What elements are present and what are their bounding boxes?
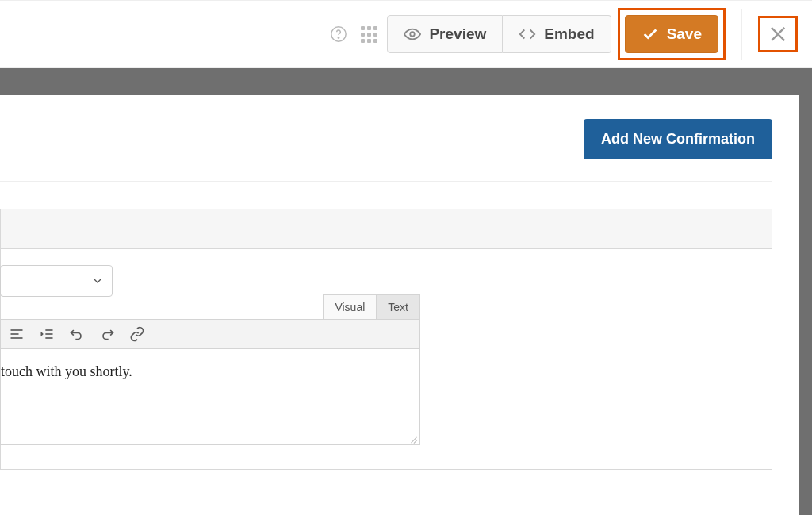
toolbar-divider [741, 9, 742, 60]
editor-toolbar [1, 320, 419, 349]
svg-point-1 [339, 37, 339, 38]
indent-icon[interactable] [39, 326, 55, 342]
chevron-down-icon [91, 275, 104, 287]
save-label: Save [667, 25, 702, 43]
editor-tab-text[interactable]: Text [377, 294, 420, 319]
align-left-icon[interactable] [9, 326, 25, 342]
preview-button[interactable]: Preview [387, 15, 503, 53]
right-gray-gutter [799, 95, 812, 515]
embed-label: Embed [544, 25, 594, 43]
apps-grid-icon[interactable] [357, 22, 381, 46]
main-panel: Add New Confirmation Visual Text [0, 95, 799, 515]
link-icon[interactable] [129, 326, 145, 342]
close-icon[interactable] [767, 23, 789, 45]
editor-content[interactable]: touch with you shortly. [1, 349, 419, 444]
add-new-confirmation-button[interactable]: Add New Confirmation [584, 119, 772, 159]
top-toolbar: Preview Embed Save [0, 0, 812, 68]
embed-button[interactable]: Embed [503, 15, 611, 53]
preview-embed-group: Preview Embed [387, 15, 611, 53]
rich-text-editor: Visual Text touch with you shortly. [0, 319, 420, 445]
editor-tab-visual-label: Visual [335, 301, 365, 313]
help-icon[interactable] [327, 22, 350, 46]
card-header [1, 209, 772, 249]
add-confirmation-label: Add New Confirmation [601, 131, 755, 147]
editor-tabs: Visual Text [323, 294, 420, 319]
gray-band [0, 68, 812, 95]
confirmation-type-select[interactable] [0, 265, 113, 297]
code-icon [519, 25, 536, 43]
eye-icon [404, 25, 421, 43]
editor-text: touch with you shortly. [1, 363, 132, 379]
content-area: Add New Confirmation Visual Text [0, 95, 812, 515]
resize-handle-icon[interactable] [407, 432, 418, 443]
svg-point-2 [411, 32, 416, 37]
undo-icon[interactable] [69, 326, 85, 342]
confirmation-card: Visual Text touch with you shortly. [0, 209, 772, 470]
close-highlight [758, 16, 798, 52]
save-highlight: Save [618, 8, 726, 60]
save-button[interactable]: Save [625, 15, 718, 53]
preview-label: Preview [429, 25, 486, 43]
section-divider [0, 181, 772, 182]
redo-icon[interactable] [99, 326, 115, 342]
editor-tab-text-label: Text [388, 301, 408, 313]
card-body: Visual Text touch with you shortly. [1, 249, 772, 469]
editor-tab-visual[interactable]: Visual [323, 294, 377, 319]
check-icon [642, 25, 659, 43]
